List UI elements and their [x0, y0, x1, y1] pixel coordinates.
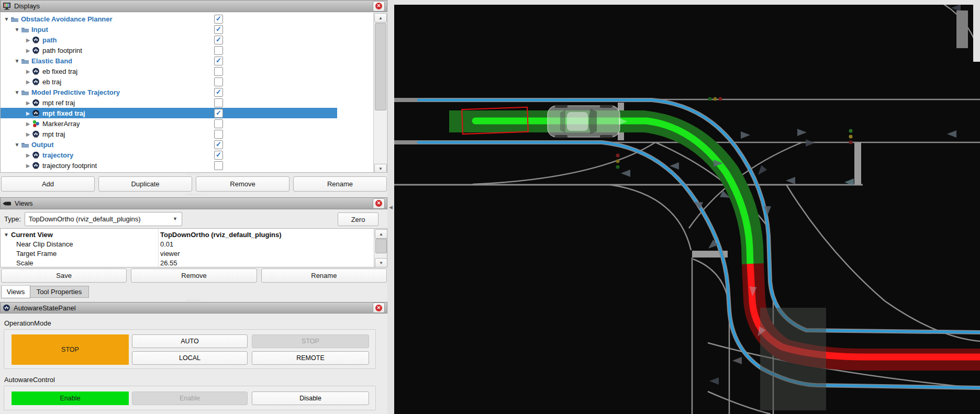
autoware-display-icon [32, 78, 41, 86]
display-checkbox[interactable] [214, 98, 223, 107]
displays-panel-header[interactable]: Displays ✕ [0, 0, 387, 12]
monitor-icon [3, 2, 11, 10]
rename-view-button[interactable]: Rename [261, 268, 387, 283]
displays-tree[interactable]: ▼Obstacle Avoidance Planner ▼Input ▶path… [0, 13, 387, 173]
tree-row[interactable]: ▶path [1, 35, 337, 45]
tree-row[interactable]: ▼Elastic Band [1, 55, 326, 66]
tree-row-selected[interactable]: ▶mpt fixed traj [1, 108, 337, 118]
tree-row[interactable]: ▶eb fixed traj [1, 66, 337, 76]
tree-row[interactable]: ▼Output [1, 139, 326, 150]
table-scrollbar[interactable]: ▲ ▼ [374, 229, 387, 267]
chevron-down-icon[interactable]: ▼ [14, 27, 20, 32]
display-checkbox[interactable] [214, 77, 223, 86]
left-dock-column: Displays ✕ ▼Obstacle Avoidance Planner ▼… [0, 0, 394, 414]
tree-scrollbar[interactable]: ▲ ▼ [373, 13, 386, 173]
tree-row[interactable]: ▼Obstacle Avoidance Planner [1, 14, 316, 24]
auto-button[interactable]: AUTO [132, 334, 248, 348]
autoware-panel-header[interactable]: AutowareStatePanel ✕ [0, 302, 387, 314]
chevron-right-icon[interactable]: ▶ [25, 121, 31, 127]
display-checkbox[interactable] [214, 161, 223, 170]
panel-splitter[interactable]: ◀ [387, 0, 394, 414]
tree-row[interactable]: ▶eb traj [1, 76, 337, 87]
chevron-right-icon[interactable]: ▶ [25, 37, 31, 43]
marker-array-icon [32, 120, 41, 128]
chevron-right-icon[interactable]: ▶ [25, 163, 31, 169]
display-checkbox[interactable] [214, 109, 223, 118]
display-checkbox[interactable] [214, 130, 223, 139]
property-row[interactable]: Scale 26.55 [1, 258, 373, 267]
local-button[interactable]: LOCAL [132, 351, 248, 365]
folder-icon [21, 26, 30, 33]
property-row[interactable]: ▼ Current View TopDownOrtho (rviz_defaul… [1, 230, 373, 239]
tree-row[interactable]: ▼Model Predictive Trajectory [1, 87, 326, 97]
display-checkbox[interactable] [214, 25, 223, 34]
add-button[interactable]: Add [1, 176, 95, 192]
display-checkbox[interactable] [214, 88, 223, 97]
splitter-handle[interactable]: ······ [0, 172, 387, 175]
chevron-down-icon[interactable]: ▼ [4, 16, 9, 22]
chevron-right-icon[interactable]: ▶ [25, 69, 31, 74]
display-checkbox[interactable] [214, 140, 223, 149]
display-checkbox[interactable] [214, 119, 223, 128]
chevron-down-icon[interactable]: ▼ [14, 142, 20, 148]
chevron-right-icon[interactable]: ▶ [25, 79, 31, 85]
scrollbar-thumb[interactable] [375, 23, 386, 110]
splitter-handle[interactable]: ······ [0, 193, 387, 196]
tree-row[interactable]: ▶trajectory [1, 150, 337, 160]
chevron-down-icon[interactable]: ▼ [4, 232, 9, 238]
stop-button[interactable]: STOP [252, 334, 369, 348]
display-checkbox[interactable] [214, 151, 223, 160]
arrow-up-icon[interactable]: ▲ [375, 229, 387, 239]
type-label: Type: [4, 215, 21, 223]
autoware-panel-title: AutowareStatePanel [14, 304, 76, 312]
chevron-right-icon[interactable]: ▶ [25, 100, 31, 106]
views-button-row: Save Remove Rename [1, 268, 387, 283]
disable-button[interactable]: Disable [252, 391, 369, 405]
folder-icon [21, 88, 30, 96]
autoware-close-button[interactable]: ✕ [373, 303, 385, 313]
arrow-down-icon[interactable]: ▼ [375, 258, 387, 267]
remove-button[interactable]: Remove [196, 176, 289, 192]
duplicate-button[interactable]: Duplicate [98, 176, 192, 192]
display-checkbox[interactable] [214, 67, 223, 76]
chevron-down-icon: ▼ [173, 216, 177, 221]
arrow-up-icon[interactable]: ▲ [374, 13, 387, 23]
chevron-down-icon[interactable]: ▼ [14, 58, 20, 64]
splitter-handle[interactable]: ······ [0, 298, 387, 301]
tree-row[interactable]: ▶mpt ref traj [1, 97, 337, 108]
views-close-button[interactable]: ✕ [373, 198, 385, 209]
displays-close-button[interactable]: ✕ [373, 1, 385, 12]
tab-views[interactable]: Views [1, 285, 30, 298]
tab-tool-properties[interactable]: Tool Properties [29, 286, 89, 298]
rviz-3d-viewport[interactable] [394, 0, 980, 414]
property-row[interactable]: Target Frame viewer [1, 249, 373, 258]
chevron-right-icon[interactable]: ▶ [25, 48, 31, 53]
autoware-display-icon [32, 68, 41, 75]
remove-view-button[interactable]: Remove [131, 268, 257, 283]
view-type-select[interactable]: TopDownOrtho (rviz_default_plugins) ▼ [25, 212, 182, 226]
arrow-left-icon: ◀ [389, 205, 393, 210]
display-checkbox[interactable] [214, 57, 223, 65]
save-button[interactable]: Save [1, 268, 127, 283]
zero-button[interactable]: Zero [338, 212, 378, 226]
chevron-right-icon[interactable]: ▶ [25, 131, 31, 137]
tree-row[interactable]: ▶path footprint [1, 45, 337, 55]
arrow-down-icon[interactable]: ▼ [374, 164, 387, 173]
remote-button[interactable]: REMOTE [252, 351, 369, 365]
tree-row[interactable]: ▶trajectory footprint [1, 160, 337, 171]
scrollbar-thumb[interactable] [375, 239, 387, 253]
tree-row[interactable]: ▶mpt traj [1, 129, 337, 139]
current-view-table[interactable]: ▼ Current View TopDownOrtho (rviz_defaul… [0, 228, 387, 267]
rename-button[interactable]: Rename [293, 176, 387, 192]
property-row[interactable]: Near Clip Distance 0.01 [1, 239, 373, 249]
display-checkbox[interactable] [214, 46, 223, 55]
chevron-down-icon[interactable]: ▼ [14, 89, 20, 95]
tree-row[interactable]: ▼Input [1, 24, 326, 35]
chevron-right-icon[interactable]: ▶ [25, 110, 31, 116]
views-panel-header[interactable]: Views ✕ [0, 197, 387, 209]
tree-row[interactable]: ▶MarkerArray [1, 118, 337, 129]
chevron-right-icon[interactable]: ▶ [25, 152, 31, 158]
display-checkbox[interactable] [214, 15, 223, 24]
display-checkbox[interactable] [214, 36, 223, 44]
enable-button[interactable]: Enable [132, 391, 248, 405]
